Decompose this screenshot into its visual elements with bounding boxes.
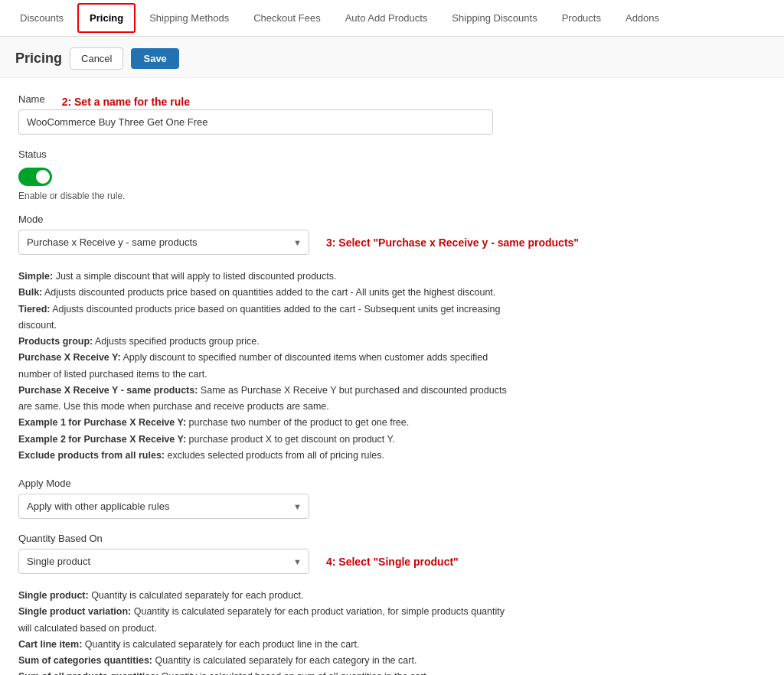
apply-mode-label: Apply Mode [18,478,766,489]
desc-bulk: Bulk: Adjusts discounted products price … [18,287,495,298]
page-title: Pricing [15,51,62,67]
name-field-group: Name 2: Set a name for the rule [18,93,766,135]
quantity-select[interactable]: Single product Single product variation … [18,549,309,574]
tab-addons[interactable]: Addons [613,0,671,36]
mode-row: Simple Bulk Tiered Products group Purcha… [18,230,766,255]
mode-label: Mode [18,214,766,225]
qdesc-sum-categories: Sum of categories quantities: Quantity i… [18,655,416,666]
tab-checkout-fees[interactable]: Checkout Fees [241,0,332,36]
desc-simple: Simple: Just a simple discount that will… [18,271,337,282]
desc-tiered: Tiered: Adjusts discounted products pric… [18,304,500,331]
status-label: Status [18,148,766,160]
desc-purchase-x-receive-y-same: Purchase X Receive Y - same products: Sa… [18,385,507,412]
tab-bar: Discounts Pricing Shipping Methods Check… [0,0,784,37]
desc-example2: Example 2 for Purchase X Receive Y: purc… [18,434,395,445]
apply-mode-select-wrapper: Apply with other applicable rules Apply … [18,494,309,519]
tab-shipping-discounts[interactable]: Shipping Discounts [439,0,549,36]
quantity-field-group: Quantity Based On Single product Single … [18,533,766,574]
toggle-slider [18,168,52,186]
tab-auto-add-products[interactable]: Auto Add Products [333,0,440,36]
quantity-label: Quantity Based On [18,533,766,544]
qdesc-single-variation: Single product variation: Quantity is ca… [18,606,505,633]
quantity-row: Single product Single product variation … [18,549,766,574]
save-button[interactable]: Save [131,48,178,69]
status-helper: Enable or disable the rule. [18,191,766,201]
tab-shipping-methods[interactable]: Shipping Methods [137,0,241,36]
tab-discounts[interactable]: Discounts [8,0,76,36]
desc-example1: Example 1 for Purchase X Receive Y: purc… [18,417,409,428]
desc-products-group: Products group: Adjusts specified produc… [18,336,260,347]
mode-field-group: Mode Simple Bulk Tiered Products group P… [18,214,766,255]
quantity-annotation: 4: Select "Single product" [326,556,459,568]
page-header: Pricing Cancel Save [0,37,784,78]
cancel-button[interactable]: Cancel [70,47,123,70]
tab-pricing[interactable]: Pricing [77,3,136,33]
mode-annotation: 3: Select "Purchase x Receive y - same p… [326,236,579,249]
annotation-2: 2: Set a name for the rule [62,96,190,108]
tab-products[interactable]: Products [550,0,613,36]
quantity-select-wrapper: Single product Single product variation … [18,549,309,574]
quantity-description: Single product: Quantity is calculated s… [18,588,516,675]
qdesc-sum-all: Sum of all products quantities: Quantity… [18,671,429,675]
name-label-row: Name 2: Set a name for the rule [18,93,766,109]
apply-mode-select[interactable]: Apply with other applicable rules Apply … [18,494,309,519]
mode-select[interactable]: Simple Bulk Tiered Products group Purcha… [18,230,309,255]
qdesc-cart-line: Cart line item: Quantity is calculated s… [18,639,359,650]
mode-description: Simple: Just a simple discount that will… [18,269,516,464]
desc-purchase-x-receive-y: Purchase X Receive Y: Apply discount to … [18,352,488,379]
main-content: Name 2: Set a name for the rule Status E… [0,78,784,675]
apply-mode-field-group: Apply Mode Apply with other applicable r… [18,478,766,519]
desc-exclude: Exclude products from all rules: exclude… [18,450,384,461]
name-label: Name [18,93,45,105]
nav-tabs: Discounts Pricing Shipping Methods Check… [0,0,784,37]
name-input[interactable] [18,109,493,135]
mode-select-wrapper: Simple Bulk Tiered Products group Purcha… [18,230,309,255]
status-field-group: Status Enable or disable the rule. [18,148,766,201]
qdesc-single: Single product: Quantity is calculated s… [18,590,303,601]
status-toggle[interactable] [18,168,52,186]
